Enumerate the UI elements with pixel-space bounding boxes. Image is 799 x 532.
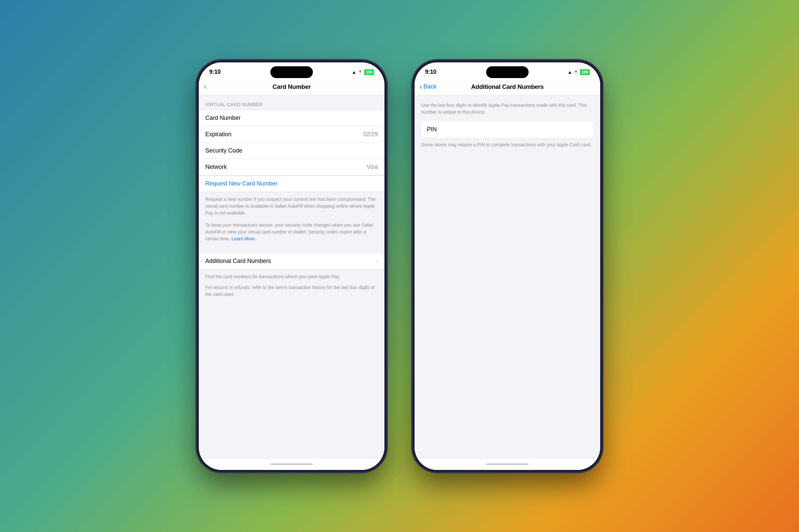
- page-title-1: Card Number: [272, 83, 311, 91]
- sub-description-1: Find the card numbers for transactions w…: [199, 269, 384, 284]
- list-item-expiration[interactable]: Expiration 02/29: [199, 127, 384, 143]
- home-indicator-2: [415, 459, 600, 470]
- list-item-card-number[interactable]: Card Number: [199, 110, 384, 127]
- description-block-2: To keep your transactions secure, your s…: [199, 222, 384, 248]
- sub-description-2: For returns or refunds, refer to the ite…: [199, 284, 384, 302]
- pin-label: PIN: [427, 126, 437, 133]
- security-code-label: Security Code: [205, 147, 242, 154]
- request-link-container[interactable]: Request New Card Number: [199, 175, 384, 192]
- signal-icon-1: ▲: [352, 70, 356, 75]
- home-bar-1: [270, 463, 313, 465]
- back-label-2: Back: [423, 83, 436, 90]
- content-2: Use the last four digits to identify App…: [415, 95, 600, 459]
- expiration-value: 02/29: [363, 131, 378, 138]
- card-number-label: Card Number: [205, 115, 241, 121]
- dynamic-island-1: [270, 66, 313, 78]
- home-bar-2: [486, 463, 529, 465]
- page-title-2: Additional Card Numbers: [471, 83, 544, 91]
- nav-bar-2: ‹ Back Additional Card Numbers: [415, 79, 600, 95]
- learn-more-link[interactable]: Learn More: [232, 236, 255, 241]
- additional-card-numbers-label: Additional Card Numbers: [205, 258, 271, 265]
- list-item-security-code[interactable]: Security Code: [199, 143, 384, 159]
- wifi-icon-2: ⇡: [574, 70, 578, 75]
- description-text-1: Request a new number if you suspect your…: [205, 196, 378, 216]
- status-bar-1: 9:10 ▲ ⇡ 100: [199, 62, 384, 79]
- section-label-1: VIRTUAL CARD NUMBER: [199, 95, 384, 110]
- pin-hint: Some stores may require a PIN to complet…: [421, 141, 594, 148]
- network-label: Network: [205, 164, 227, 170]
- status-icons-1: ▲ ⇡ 100: [352, 69, 374, 75]
- content-1: VIRTUAL CARD NUMBER Card Number Expirati…: [199, 95, 384, 459]
- nav-bar-1: ‹ Card Number: [199, 79, 384, 95]
- pin-section: Use the last four digits to identify App…: [415, 95, 600, 152]
- additional-card-numbers-row[interactable]: Additional Card Numbers ›: [199, 253, 384, 269]
- phone-2: 9:10 ▲ ⇡ 100 ‹ Back Additional Card Numb…: [413, 60, 602, 472]
- back-button-2[interactable]: ‹ Back: [420, 83, 436, 91]
- virtual-card-list: Card Number Expiration 02/29 Security Co…: [199, 110, 384, 175]
- battery-icon-2: 100: [580, 69, 590, 75]
- back-chevron-1: ‹: [204, 83, 206, 91]
- phone-1: 9:10 ▲ ⇡ 100 ‹ Card Number VIRTUAL CARD …: [197, 60, 386, 472]
- signal-icon-2: ▲: [567, 70, 572, 75]
- home-indicator-1: [199, 459, 384, 470]
- description-text-2: To keep your transactions secure, your s…: [205, 222, 378, 242]
- status-icons-2: ▲ ⇡ 100: [567, 69, 590, 75]
- description-text-2a: To keep your transactions secure, your s…: [205, 222, 373, 241]
- status-time-2: 9:10: [425, 69, 436, 75]
- list-item-network[interactable]: Network Visa: [199, 159, 384, 175]
- status-bar-2: 9:10 ▲ ⇡ 100: [415, 62, 600, 79]
- description-block-1: Request a new number if you suspect your…: [199, 192, 384, 222]
- back-button-1[interactable]: ‹: [204, 83, 206, 91]
- pin-field[interactable]: PIN: [421, 121, 594, 138]
- status-time-1: 9:10: [209, 69, 221, 75]
- request-new-card-link[interactable]: Request New Card Number: [205, 180, 277, 187]
- network-value: Visa: [366, 164, 378, 170]
- expiration-label: Expiration: [205, 131, 232, 138]
- sub-description-text-1: Find the card numbers for transactions w…: [205, 273, 378, 280]
- sub-description-text-2: For returns or refunds, refer to the ite…: [205, 284, 378, 298]
- chevron-right-icon: ›: [376, 258, 378, 265]
- wifi-icon-1: ⇡: [358, 70, 362, 75]
- dynamic-island-2: [486, 66, 529, 78]
- battery-icon-1: 100: [364, 69, 374, 75]
- pin-description: Use the last four digits to identify App…: [421, 102, 594, 116]
- back-chevron-2: ‹: [420, 83, 422, 91]
